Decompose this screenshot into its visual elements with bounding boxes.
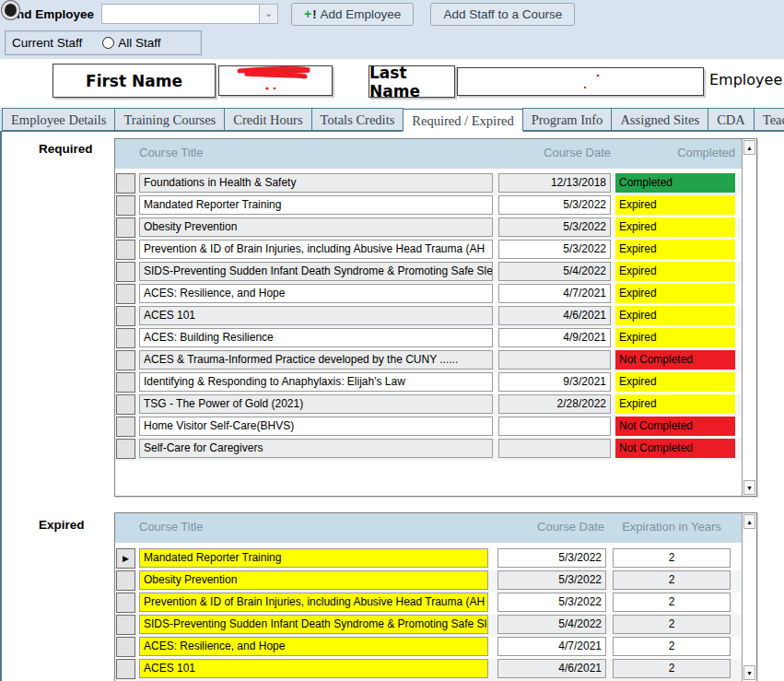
record-selector[interactable]: [116, 394, 135, 415]
exclamation-icon: !: [312, 7, 316, 21]
table-row: Foundations in Health & Safety12/13/2018…: [115, 173, 742, 195]
record-selector[interactable]: [116, 195, 135, 216]
table-row: Home Visitor Self-Care(BHVS)Not Complete…: [115, 417, 742, 439]
course-date-cell[interactable]: [498, 417, 611, 436]
record-selector[interactable]: [116, 659, 135, 679]
tab-cda[interactable]: CDA: [708, 108, 755, 131]
record-selector[interactable]: [116, 306, 135, 326]
course-date-cell[interactable]: 12/13/2018: [498, 173, 611, 193]
course-date-cell[interactable]: 2/28/2022: [498, 394, 611, 414]
course-title-cell[interactable]: TSG - The Power of Gold (2021): [139, 394, 493, 414]
expiration-years-cell[interactable]: 2: [613, 615, 731, 634]
course-title-cell[interactable]: Prevention & ID of Brain Injuries, inclu…: [139, 593, 488, 612]
required-table-scrollbar[interactable]: ▲ ▼: [742, 139, 756, 496]
record-selector[interactable]: [116, 262, 135, 282]
add-employee-button[interactable]: + ! Add Employee: [291, 3, 414, 26]
expiration-years-cell[interactable]: 2: [613, 570, 731, 590]
course-title-cell[interactable]: ACES & Trauma-Informed Practice develope…: [139, 350, 493, 370]
course-title-cell[interactable]: SIDS-Preventing Sudden Infant Death Synd…: [139, 262, 493, 281]
course-date-cell[interactable]: 5/3/2022: [497, 548, 606, 568]
record-selector-current[interactable]: ▶: [116, 548, 135, 569]
record-selector[interactable]: [116, 417, 135, 437]
scroll-down-icon[interactable]: ▼: [743, 665, 755, 680]
record-selector[interactable]: [116, 328, 135, 348]
course-title-cell[interactable]: Identifying & Responding to Anaphylaxis:…: [139, 372, 493, 392]
record-selector[interactable]: [116, 637, 135, 657]
record-selector[interactable]: [116, 173, 135, 194]
course-date-cell[interactable]: 5/3/2022: [497, 570, 606, 590]
tab-training-courses[interactable]: Training Courses: [114, 108, 225, 131]
record-selector[interactable]: [116, 570, 135, 591]
course-title-cell[interactable]: Home Visitor Self-Care(BHVS): [139, 417, 493, 436]
course-date-cell[interactable]: 4/7/2021: [498, 284, 611, 303]
course-date-cell[interactable]: [498, 350, 611, 370]
course-date-cell[interactable]: 4/6/2021: [498, 306, 611, 325]
course-date-cell[interactable]: 5/3/2022: [498, 217, 611, 237]
tab-totals-credits[interactable]: Totals Credits: [311, 108, 404, 131]
redaction-scribble: [219, 66, 332, 95]
course-date-cell[interactable]: 5/4/2022: [497, 615, 606, 634]
status-badge: Not Completed: [615, 439, 735, 458]
record-selector[interactable]: [116, 439, 135, 459]
record-selector[interactable]: [116, 217, 135, 238]
course-date-cell[interactable]: [498, 439, 611, 458]
employee-label: Employee: [709, 71, 782, 88]
record-selector[interactable]: [116, 615, 135, 635]
radio-unselected-icon[interactable]: [102, 37, 114, 49]
course-title-cell[interactable]: ACES: Building Resilience: [139, 328, 493, 347]
scroll-up-icon[interactable]: ▲: [743, 514, 755, 529]
course-title-cell[interactable]: Self-Care for Caregivers: [139, 439, 493, 458]
scroll-down-icon[interactable]: ▼: [743, 480, 755, 495]
add-staff-to-course-button[interactable]: Add Staff to a Course: [430, 3, 575, 26]
course-title-cell[interactable]: Foundations in Health & Safety: [139, 173, 493, 193]
record-selector[interactable]: [116, 284, 135, 304]
course-date-cell[interactable]: 9/3/2021: [498, 372, 611, 392]
radio-current-staff[interactable]: Current Staff: [12, 36, 82, 50]
required-header-course-title: Course Title: [139, 146, 203, 159]
status-badge: Expired: [615, 195, 735, 215]
expiration-years-cell[interactable]: 2: [613, 548, 731, 568]
course-title-cell[interactable]: ACES 101: [139, 306, 493, 325]
course-date-cell[interactable]: 4/6/2021: [497, 659, 606, 678]
course-title-cell[interactable]: ACES 101: [139, 659, 488, 678]
course-date-cell[interactable]: 5/4/2022: [498, 262, 611, 281]
expired-table-scrollbar[interactable]: ▲ ▼: [742, 513, 756, 681]
table-row: ACES & Trauma-Informed Practice develope…: [115, 350, 742, 372]
tab-teach-e[interactable]: Teach / E: [754, 108, 784, 131]
status-badge: Completed: [615, 173, 735, 193]
tab-employee-details[interactable]: Employee Details: [2, 108, 115, 131]
radio-all-staff[interactable]: All Staff: [102, 36, 160, 50]
course-date-cell[interactable]: 5/3/2022: [497, 593, 606, 612]
first-name-field[interactable]: [218, 65, 333, 96]
record-selector[interactable]: [116, 593, 135, 613]
radio-current-staff-label: Current Staff: [12, 36, 82, 50]
scroll-up-icon[interactable]: ▲: [743, 140, 755, 155]
course-date-cell[interactable]: 5/3/2022: [498, 195, 611, 215]
course-title-cell[interactable]: SIDS-Preventing Sudden Infant Death Synd…: [139, 615, 488, 634]
course-title-cell[interactable]: Mandated Reporter Training: [139, 195, 493, 215]
course-title-cell[interactable]: ACES: Resilience, and Hope: [139, 637, 488, 656]
record-selector[interactable]: [116, 350, 135, 370]
course-date-cell[interactable]: 5/3/2022: [498, 240, 611, 259]
radio-selected-icon[interactable]: [1, 0, 20, 20]
expiration-years-cell[interactable]: 2: [613, 659, 731, 678]
course-date-cell[interactable]: 4/7/2021: [497, 637, 606, 656]
record-selector[interactable]: [116, 372, 135, 393]
course-title-cell[interactable]: Mandated Reporter Training: [139, 548, 488, 568]
chevron-down-icon[interactable]: ⌄: [259, 5, 277, 23]
last-name-field[interactable]: [457, 67, 704, 96]
course-title-cell[interactable]: Prevention & ID of Brain Injuries, inclu…: [139, 240, 493, 259]
record-selector[interactable]: [116, 240, 135, 260]
course-title-cell[interactable]: Obesity Prevention: [139, 217, 493, 237]
tab-program-info[interactable]: Program Info: [522, 108, 613, 131]
course-title-cell[interactable]: ACES: Resilience, and Hope: [139, 284, 493, 303]
expiration-years-cell[interactable]: 2: [613, 637, 731, 656]
course-title-cell[interactable]: Obesity Prevention: [139, 570, 488, 590]
course-date-cell[interactable]: 4/9/2021: [498, 328, 611, 347]
expiration-years-cell[interactable]: 2: [613, 593, 731, 612]
tab-required-expired[interactable]: Required / Expired: [403, 109, 522, 132]
tab-credit-hours[interactable]: Credit Hours: [224, 108, 311, 131]
tab-assigned-sites[interactable]: Assigned Sites: [611, 108, 708, 131]
status-badge: Expired: [615, 394, 735, 414]
find-employee-combobox[interactable]: ⌄: [101, 4, 278, 24]
